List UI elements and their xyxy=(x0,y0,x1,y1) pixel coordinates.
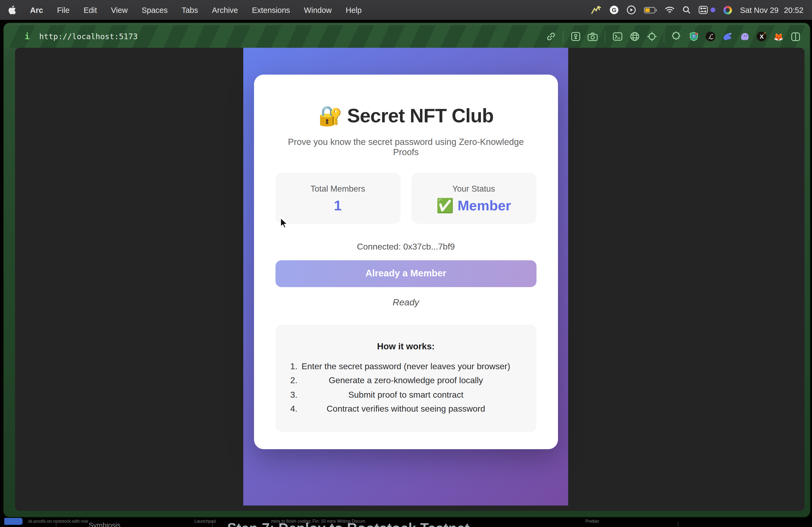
metamask-icon[interactable]: 🦊 xyxy=(773,32,784,41)
toolbar-separator xyxy=(563,31,564,42)
globe-icon[interactable] xyxy=(630,31,640,42)
total-members-value: 1 xyxy=(275,197,400,214)
terminal-icon[interactable] xyxy=(612,31,623,42)
your-status-label: Your Status xyxy=(411,184,536,194)
control-center-icon[interactable] xyxy=(699,6,715,14)
mouse-cursor xyxy=(280,217,289,229)
menu-file[interactable]: File xyxy=(57,6,70,14)
total-members-box: Total Members 1 xyxy=(275,172,400,224)
menu-bar-time: 20:52 xyxy=(784,6,803,14)
svg-text:G: G xyxy=(612,7,616,13)
editor-tab-label[interactable]: Symbiosis xyxy=(89,521,120,527)
git-branch-label[interactable]: zk-proofs-on-rootstock-with-noir xyxy=(28,519,88,524)
screenshot-icon[interactable] xyxy=(570,31,581,42)
play-circle-icon[interactable] xyxy=(627,5,636,15)
window-divider xyxy=(56,522,56,527)
wifi-icon[interactable] xyxy=(665,6,675,13)
macos-menu-bar: Arc File Edit View Spaces Tabs Archive E… xyxy=(0,0,812,20)
how-it-works-title: How it works: xyxy=(289,341,523,351)
proof-status-text: Ready xyxy=(275,297,536,308)
stats-row: Total Members 1 Your Status ✅ Member xyxy=(275,172,536,224)
focus-dot xyxy=(710,7,715,12)
address-bar[interactable]: http://localhost:5173 xyxy=(39,32,138,41)
total-members-label: Total Members xyxy=(275,184,400,194)
already-member-button[interactable]: Already a Member xyxy=(275,260,536,287)
menu-bar-date: Sat Nov 29 xyxy=(740,6,779,14)
menu-tabs[interactable]: Tabs xyxy=(182,6,198,14)
how-step-4: Contract verifies without seeing passwor… xyxy=(289,403,523,415)
x-wallet-icon[interactable]: X ➚ xyxy=(757,32,767,41)
formatter-label[interactable]: Prettier xyxy=(585,519,599,524)
camera-icon[interactable] xyxy=(588,31,598,42)
window-divider xyxy=(678,522,678,527)
battery-icon[interactable] xyxy=(644,7,657,13)
how-step-2: Generate a zero-knowledge proof locally xyxy=(289,375,523,387)
menu-view[interactable]: View xyxy=(111,6,128,14)
how-step-3: Submit proof to smart contract xyxy=(289,389,523,401)
menu-extensions[interactable]: Extensions xyxy=(252,6,290,14)
window-divider xyxy=(212,522,213,527)
your-status-value: ✅ Member xyxy=(411,197,536,214)
extensions-puzzle-icon[interactable] xyxy=(671,31,682,42)
how-step-1: Enter the secret password (never leaves … xyxy=(289,360,523,372)
adblock-shield-icon[interactable] xyxy=(689,31,699,42)
app-hero-gradient: 🔐 Secret NFT Club Prove you know the sec… xyxy=(243,48,568,506)
menu-arc[interactable]: Arc xyxy=(30,6,43,14)
site-info-icon[interactable]: i xyxy=(25,32,30,41)
menu-bar-clock[interactable]: Sat Nov 29 20:52 xyxy=(740,6,803,14)
phantom-wallet-icon[interactable] xyxy=(740,31,750,42)
target-icon[interactable] xyxy=(647,31,657,42)
toolbar-separator xyxy=(664,31,665,42)
grammarly-icon[interactable]: G xyxy=(610,5,619,15)
toolbar-separator xyxy=(605,31,606,42)
menu-help[interactable]: Help xyxy=(346,6,362,14)
page-subtitle: Prove you know the secret password using… xyxy=(275,137,536,157)
menu-window[interactable]: Window xyxy=(304,6,332,14)
x-wallet-accent: ➚ xyxy=(763,31,766,36)
how-it-works-list: Enter the secret password (never leaves … xyxy=(289,360,523,415)
stocks-icon[interactable] xyxy=(591,6,601,14)
link-icon[interactable] xyxy=(546,31,556,42)
secret-nft-club-card: 🔐 Secret NFT Club Prove you know the sec… xyxy=(254,74,558,449)
screen: Arc File Edit View Spaces Tabs Archive E… xyxy=(0,0,812,527)
remote-indicator-badge[interactable] xyxy=(4,518,23,525)
document-heading: Step 7: Deploy to Rootstock Testnet xyxy=(227,520,470,527)
connected-address: Connected: 0x37cb...7bf9 xyxy=(275,242,536,252)
how-it-works-box: How it works: Enter the secret password … xyxy=(275,325,536,432)
menu-spaces[interactable]: Spaces xyxy=(142,6,168,14)
menu-archive[interactable]: Archive xyxy=(212,6,238,14)
search-icon[interactable] xyxy=(683,6,691,14)
split-view-icon[interactable] xyxy=(791,31,801,42)
apple-menu-icon[interactable] xyxy=(9,5,16,15)
browser-viewport: 🔐 Secret NFT Club Prove you know the sec… xyxy=(15,48,804,511)
menu-edit[interactable]: Edit xyxy=(84,6,97,14)
background-editor-window: zk-proofs-on-rootstock-with-noir Launchp… xyxy=(0,517,812,527)
userscripts-icon[interactable]: ℒ xyxy=(706,32,715,41)
arc-browser-window: i http://localhost:5173 xyxy=(3,22,810,517)
your-status-box: Your Status ✅ Member xyxy=(411,172,536,224)
rabby-wallet-icon[interactable] xyxy=(723,31,733,42)
page-title: 🔐 Secret NFT Club xyxy=(275,104,536,127)
browser-toolbar: i http://localhost:5173 xyxy=(4,25,809,48)
assistant-ring-icon[interactable] xyxy=(723,6,732,14)
